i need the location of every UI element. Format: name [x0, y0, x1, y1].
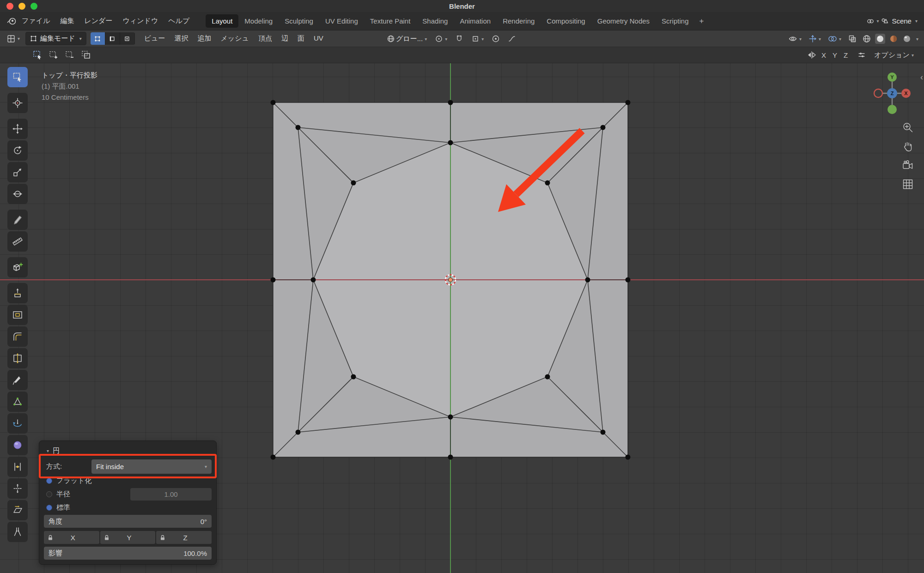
- shading-material-button[interactable]: [888, 34, 899, 44]
- tool-rotate[interactable]: [7, 140, 28, 161]
- tool-poly-build[interactable]: [7, 392, 28, 412]
- tool-scale[interactable]: [7, 162, 28, 182]
- face-select-mode-button[interactable]: [120, 32, 135, 45]
- menu-help[interactable]: ヘルプ: [163, 17, 195, 25]
- select-intersect-button[interactable]: [79, 48, 93, 61]
- tool-inset-faces[interactable]: [7, 305, 28, 325]
- options-dropdown[interactable]: オプション ▾: [872, 49, 916, 61]
- tool-loop-cut[interactable]: [7, 348, 28, 368]
- tool-smooth[interactable]: [7, 435, 28, 455]
- menu-render[interactable]: レンダー: [79, 17, 117, 25]
- add-workspace-button[interactable]: +: [694, 15, 708, 28]
- tab-scripting[interactable]: Scripting: [656, 14, 694, 28]
- close-window-button[interactable]: [6, 3, 13, 10]
- tool-transform[interactable]: [7, 184, 28, 204]
- pan-hand-icon[interactable]: [902, 140, 914, 152]
- menu-edge[interactable]: 辺: [277, 34, 293, 43]
- menu-face[interactable]: 面: [293, 34, 309, 43]
- tab-sculpting[interactable]: Sculpting: [279, 14, 319, 28]
- show-gizmo-dropdown[interactable]: ▾: [807, 33, 823, 44]
- vertex-select-mode-button[interactable]: [91, 32, 105, 45]
- tool-bevel[interactable]: [7, 326, 28, 347]
- radius-toggle[interactable]: [46, 491, 52, 497]
- object-visibility-dropdown[interactable]: ▾: [786, 33, 803, 44]
- camera-view-icon[interactable]: [902, 159, 914, 171]
- select-extend-button[interactable]: [47, 48, 61, 61]
- sidebar-collapse-arrow[interactable]: ‹: [920, 72, 923, 82]
- menu-select[interactable]: 選択: [170, 34, 193, 43]
- edge-select-mode-button[interactable]: [105, 32, 120, 45]
- proportional-edit-toggle[interactable]: [490, 33, 502, 44]
- mirror-z-toggle[interactable]: Z: [840, 51, 851, 59]
- menu-mesh[interactable]: メッシュ: [216, 34, 253, 43]
- tool-annotate[interactable]: [7, 210, 28, 230]
- shading-wireframe-button[interactable]: [862, 34, 872, 44]
- tab-geometry-nodes[interactable]: Geometry Nodes: [591, 14, 656, 28]
- menu-view[interactable]: ビュー: [140, 34, 170, 43]
- tool-spin[interactable]: [7, 413, 28, 434]
- shading-rendered-button[interactable]: [902, 34, 912, 44]
- flatten-toggle[interactable]: [46, 478, 52, 484]
- lock-z-button[interactable]: Z: [156, 531, 212, 544]
- tool-edge-slide[interactable]: [7, 457, 28, 477]
- menu-vertex[interactable]: 頂点: [254, 34, 277, 43]
- transform-orientation-dropdown[interactable]: グロー... ▾: [385, 33, 429, 45]
- menu-file[interactable]: ファイル: [17, 17, 55, 25]
- menu-window[interactable]: ウィンドウ: [117, 17, 163, 25]
- toggle-grid-icon[interactable]: [902, 178, 914, 190]
- tool-knife[interactable]: [7, 370, 28, 390]
- menu-edit[interactable]: 編集: [55, 17, 79, 25]
- mode-selector-dropdown[interactable]: 編集モード ▾: [25, 32, 86, 45]
- tab-animation[interactable]: Animation: [454, 14, 497, 28]
- tool-measure[interactable]: [7, 231, 28, 252]
- select-subtract-button[interactable]: [63, 48, 77, 61]
- method-dropdown[interactable]: Fit inside ▾: [91, 459, 212, 474]
- gizmo-x-negative[interactable]: [874, 89, 882, 97]
- menu-uv[interactable]: UV: [309, 34, 328, 43]
- shading-dropdown-chevron[interactable]: ▾: [916, 36, 918, 42]
- mirror-x-toggle[interactable]: X: [818, 51, 829, 59]
- tab-layout[interactable]: Layout: [206, 14, 238, 28]
- lock-x-button[interactable]: X: [44, 531, 99, 544]
- editor-type-button[interactable]: ▾: [5, 33, 22, 45]
- scene-selector[interactable]: Scene ▾: [881, 17, 918, 25]
- tool-settings-button[interactable]: [856, 49, 868, 60]
- gizmo-y-negative[interactable]: [888, 105, 897, 114]
- tool-shear[interactable]: [7, 500, 28, 520]
- shading-solid-button[interactable]: [875, 34, 885, 44]
- select-new-button[interactable]: [30, 48, 44, 61]
- zoom-icon[interactable]: [902, 121, 914, 133]
- tab-shading[interactable]: Shading: [416, 14, 454, 28]
- minimize-window-button[interactable]: [18, 3, 25, 10]
- operator-panel-header[interactable]: ▾ 円: [44, 445, 212, 457]
- tool-rip-region[interactable]: [7, 522, 28, 542]
- zoom-window-button[interactable]: [30, 3, 37, 10]
- show-overlays-dropdown[interactable]: ▾: [826, 33, 843, 44]
- 3d-viewport[interactable]: トップ・平行投影 (1) 平面.001 10 Centimeters: [0, 63, 924, 573]
- menu-add[interactable]: 追加: [193, 34, 216, 43]
- lock-y-button[interactable]: Y: [100, 531, 156, 544]
- regular-toggle[interactable]: [46, 505, 52, 511]
- blender-logo-icon[interactable]: [6, 16, 17, 26]
- pivot-point-dropdown[interactable]: ▾: [433, 33, 449, 44]
- influence-slider[interactable]: 影響 100.0%: [44, 547, 212, 560]
- tab-compositing[interactable]: Compositing: [541, 14, 591, 28]
- snap-toggle[interactable]: [453, 33, 465, 44]
- angle-slider[interactable]: 角度 0°: [44, 515, 212, 528]
- tool-extrude-region[interactable]: [7, 283, 28, 303]
- xray-toggle[interactable]: [846, 33, 858, 44]
- navigation-gizmo[interactable]: Y X Z: [873, 72, 912, 115]
- tool-cursor[interactable]: [7, 93, 28, 113]
- tab-rendering[interactable]: Rendering: [497, 14, 541, 28]
- tab-modeling[interactable]: Modeling: [238, 14, 279, 28]
- tool-shrink-fatten[interactable]: [7, 478, 28, 499]
- proportional-falloff-dropdown[interactable]: [506, 33, 518, 44]
- mirror-toggle-group[interactable]: [805, 49, 818, 60]
- browse-scene-button[interactable]: ▾: [864, 16, 881, 27]
- mirror-y-toggle[interactable]: Y: [829, 51, 840, 59]
- tab-texture-paint[interactable]: Texture Paint: [364, 14, 417, 28]
- snap-settings-dropdown[interactable]: ▾: [469, 33, 486, 44]
- tool-add-cube[interactable]: [7, 257, 28, 277]
- tool-move[interactable]: [7, 119, 28, 139]
- tool-select-box[interactable]: [7, 67, 28, 87]
